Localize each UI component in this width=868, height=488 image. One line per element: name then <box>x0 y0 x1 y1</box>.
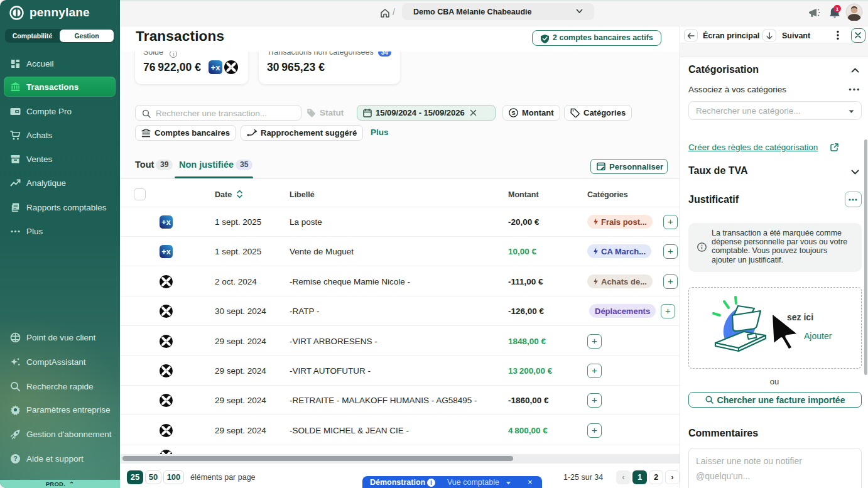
svg-text:1: 1 <box>836 6 839 12</box>
svg-text:?: ? <box>13 455 17 462</box>
svg-text:+x: +x <box>211 63 221 72</box>
svg-text:S: S <box>511 109 515 116</box>
